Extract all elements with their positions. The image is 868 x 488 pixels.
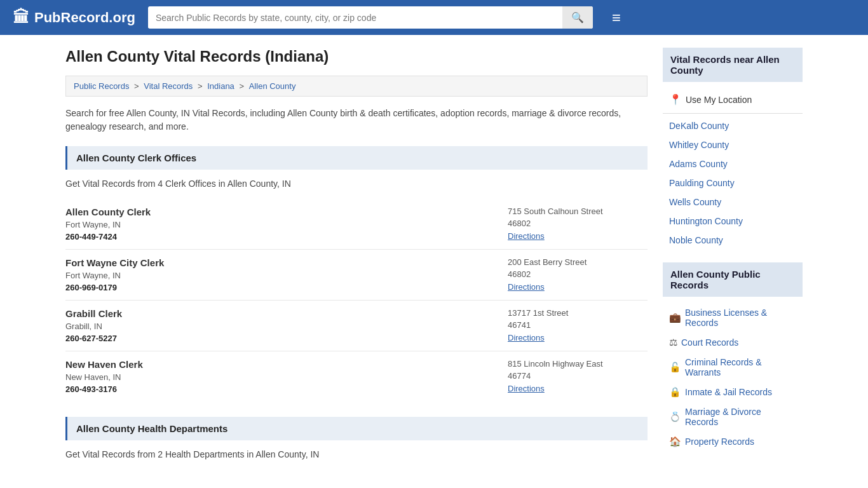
menu-icon[interactable]: ≡ <box>612 9 621 27</box>
clerk-entry: Allen County Clerk Fort Wayne, IN 260-44… <box>65 199 648 250</box>
clerk-phone: 260-449-7424 <box>65 232 151 241</box>
clerk-entry: New Haven Clerk New Haven, IN 260-493-31… <box>65 351 648 402</box>
use-location-button[interactable]: 📍 Use My Location <box>663 88 803 111</box>
sidebar-item-dekalb[interactable]: DeKalb County <box>663 116 803 135</box>
directions-link[interactable]: Directions <box>508 384 545 393</box>
sidebar-item-label: Criminal Records & Warrants <box>685 357 796 377</box>
sidebar-item-business-licenses[interactable]: 💼 Business Licenses & Records <box>663 303 803 332</box>
sidebar-item-court-records[interactable]: ⚖ Court Records <box>663 332 803 353</box>
sidebar-item-inmate-jail[interactable]: 🔒 Inmate & Jail Records <box>663 382 803 402</box>
sidebar-item-adams[interactable]: Adams County <box>663 154 803 173</box>
sidebar-item-label: Property Records <box>685 437 754 447</box>
clerk-zip: 46741 <box>508 320 648 330</box>
page-title: Allen County Vital Records (Indiana) <box>65 48 648 65</box>
public-records-sidebar: Allen County Public Records 💼 Business L… <box>663 262 803 452</box>
sidebar-item-label: Inmate & Jail Records <box>685 387 772 397</box>
directions-link[interactable]: Directions <box>508 282 545 292</box>
clerk-phone: 260-627-5227 <box>65 334 122 343</box>
sidebar-item-paulding[interactable]: Paulding County <box>663 173 803 193</box>
vital-records-sidebar-title: Vital Records near Allen County <box>663 48 803 82</box>
main-content: Allen County Vital Records (Indiana) Pub… <box>65 48 648 475</box>
directions-link[interactable]: Directions <box>508 333 545 342</box>
clerk-zip: 46774 <box>508 371 648 381</box>
clerk-entry: Fort Wayne City Clerk Fort Wayne, IN 260… <box>65 250 648 301</box>
logo-text: PubRecord.org <box>34 10 135 26</box>
directions-link[interactable]: Directions <box>508 231 545 241</box>
clerk-offices-header: Allen County Clerk Offices <box>65 146 648 170</box>
clerk-name: Allen County Clerk <box>65 207 151 217</box>
sidebar-item-marriage-divorce[interactable]: 💍 Marriage & Divorce Records <box>663 402 803 431</box>
clerk-city: New Haven, IN <box>65 372 143 382</box>
house-icon: 🏠 <box>669 436 681 447</box>
clerk-address: 13717 1st Street <box>508 308 648 318</box>
breadcrumb: Public Records > Vital Records > Indiana… <box>65 76 648 97</box>
clerk-zip: 46802 <box>508 269 648 279</box>
breadcrumb-indiana[interactable]: Indiana <box>207 81 234 91</box>
health-dept-description: Get Vital Records from 2 Health Departme… <box>65 449 648 459</box>
clerk-phone: 260-493-3176 <box>65 384 143 394</box>
clerk-name: Grabill Clerk <box>65 308 122 319</box>
clerk-zip: 46802 <box>508 219 648 228</box>
clerk-offices-description: Get Vital Records from 4 Clerk Offices i… <box>65 179 648 189</box>
clerk-name: New Haven Clerk <box>65 359 143 370</box>
page-description: Search for free Allen County, IN Vital R… <box>65 107 648 133</box>
clerk-name: Fort Wayne City Clerk <box>65 257 164 268</box>
public-records-sidebar-title: Allen County Public Records <box>663 262 803 297</box>
clerk-offices-section: Allen County Clerk Offices Get Vital Rec… <box>65 146 648 402</box>
sidebar-divider <box>663 113 803 114</box>
scale-icon: ⚖ <box>669 337 677 348</box>
logo-icon: 🏛 <box>13 8 29 27</box>
clerk-address: 200 East Berry Street <box>508 257 648 267</box>
ring-icon: 💍 <box>669 411 681 423</box>
sidebar-item-property-records[interactable]: 🏠 Property Records <box>663 431 803 452</box>
breadcrumb-public-records[interactable]: Public Records <box>74 81 129 91</box>
sidebar-item-wells[interactable]: Wells County <box>663 193 803 212</box>
breadcrumb-vital-records[interactable]: Vital Records <box>144 81 193 91</box>
briefcase-icon: 💼 <box>669 312 681 323</box>
sidebar-item-criminal-records[interactable]: 🔓 Criminal Records & Warrants <box>663 353 803 382</box>
clerk-city: Grabill, IN <box>65 322 122 331</box>
site-header: 🏛 PubRecord.org 🔍 ≡ <box>0 0 868 35</box>
health-departments-section: Allen County Health Departments Get Vita… <box>65 417 648 459</box>
sidebar-item-huntington[interactable]: Huntington County <box>663 212 803 231</box>
lock-icon: 🔒 <box>669 386 681 398</box>
sidebar-item-label: Court Records <box>681 337 738 348</box>
health-dept-header: Allen County Health Departments <box>65 417 648 440</box>
clerk-address: 815 Lincoln Highway East <box>508 359 648 369</box>
location-icon: 📍 <box>669 93 682 105</box>
use-location-label: Use My Location <box>686 95 752 105</box>
sidebar-item-label: Business Licenses & Records <box>685 308 796 328</box>
search-bar: 🔍 <box>148 6 593 29</box>
clerk-city: Fort Wayne, IN <box>65 271 164 280</box>
search-input[interactable] <box>148 8 562 28</box>
clerk-entry: Grabill Clerk Grabill, IN 260-627-5227 1… <box>65 301 648 351</box>
clerk-phone: 260-969-0179 <box>65 283 164 292</box>
sidebar-item-noble[interactable]: Noble County <box>663 231 803 250</box>
clerk-address: 715 South Calhoun Street <box>508 207 648 216</box>
logo-link[interactable]: 🏛 PubRecord.org <box>13 8 135 27</box>
sidebar-item-label: Marriage & Divorce Records <box>685 407 796 427</box>
sidebar: Vital Records near Allen County 📍 Use My… <box>663 48 803 475</box>
sidebar-item-whitley[interactable]: Whitley County <box>663 135 803 154</box>
unlock-icon: 🔓 <box>669 362 681 373</box>
clerk-city: Fort Wayne, IN <box>65 220 151 229</box>
breadcrumb-allen-county[interactable]: Allen County <box>249 81 296 91</box>
search-button[interactable]: 🔍 <box>562 6 593 29</box>
